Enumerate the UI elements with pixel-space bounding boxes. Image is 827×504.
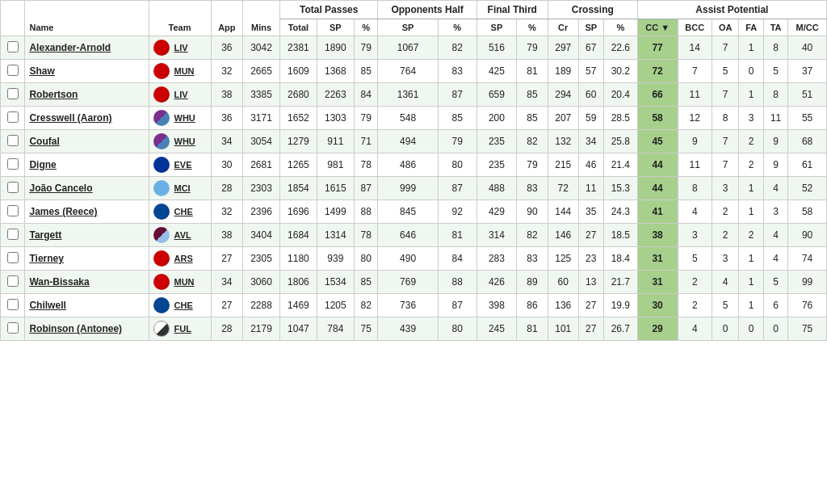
player-name-link[interactable]: Robinson (Antonee) — [29, 323, 122, 334]
player-name-link[interactable]: João Cancelo — [29, 183, 92, 194]
cell-tp-sp: 1499 — [317, 200, 354, 224]
cell-oh-pct: 83 — [438, 60, 476, 83]
cell-mcc: 99 — [788, 271, 827, 294]
player-name[interactable]: Chilwell — [25, 294, 149, 317]
subheader-row: Name Team App Mins Total SP % SP % SP % … — [1, 19, 827, 36]
player-name[interactable]: João Cancelo — [25, 177, 149, 200]
player-name[interactable]: Coufal — [25, 130, 149, 153]
row-checkbox-cell[interactable] — [1, 294, 25, 317]
cell-bcc: 4 — [678, 317, 712, 341]
player-name[interactable]: James (Reece) — [25, 200, 149, 224]
cell-cr-sp: 57 — [578, 60, 603, 83]
row-checkbox[interactable] — [7, 65, 19, 76]
cell-tp-sp: 1205 — [317, 294, 354, 317]
player-name[interactable]: Robertson — [25, 83, 149, 107]
cell-mcc: 52 — [788, 177, 827, 200]
cell-tp-sp: 1615 — [317, 177, 354, 200]
cell-oa: 3 — [712, 177, 738, 200]
row-checkbox[interactable] — [7, 88, 19, 99]
cell-ft-pct: 81 — [517, 60, 548, 83]
player-name[interactable]: Robinson (Antonee) — [25, 317, 149, 341]
player-name-link[interactable]: Digne — [29, 159, 56, 170]
player-name-link[interactable]: Coufal — [29, 136, 59, 147]
player-name-link[interactable]: Alexander-Arnold — [29, 42, 111, 53]
table-row: TierneyARS272305118093980490842838312523… — [1, 247, 827, 271]
cell-ft-sp: 426 — [476, 271, 516, 294]
cell-fa: 2 — [739, 153, 764, 177]
cell-cr-pct: 24.3 — [603, 200, 637, 224]
row-checkbox-cell[interactable] — [1, 317, 25, 341]
player-name-link[interactable]: Targett — [29, 229, 61, 241]
row-checkbox-cell[interactable] — [1, 271, 25, 294]
row-checkbox-cell[interactable] — [1, 224, 25, 247]
cell-oh-sp: 764 — [378, 60, 438, 83]
cell-oa: 5 — [712, 60, 738, 83]
cell-fa: 2 — [739, 224, 764, 247]
player-name-link[interactable]: Cresswell (Aaron) — [29, 112, 111, 124]
row-checkbox[interactable] — [7, 275, 19, 287]
cell-total-passes: 1696 — [279, 200, 317, 224]
row-checkbox[interactable] — [7, 205, 19, 216]
player-name[interactable]: Wan-Bissaka — [25, 271, 149, 294]
row-checkbox[interactable] — [7, 252, 19, 263]
col-mins: Mins — [243, 19, 280, 36]
player-name[interactable]: Alexander-Arnold — [25, 36, 149, 60]
cell-ft-sp: 200 — [476, 107, 516, 130]
col-cr-pct: % — [603, 19, 637, 36]
team-abbr: WHU — [174, 136, 195, 146]
row-checkbox-cell[interactable] — [1, 36, 25, 60]
cell-bcc: 4 — [678, 200, 712, 224]
col-oh-pct: % — [438, 19, 476, 36]
row-checkbox-cell[interactable] — [1, 153, 25, 177]
player-name-link[interactable]: Chilwell — [29, 300, 65, 311]
cell-cc: 45 — [637, 130, 678, 153]
row-checkbox[interactable] — [7, 158, 19, 170]
player-name[interactable]: Cresswell (Aaron) — [25, 107, 149, 130]
team-badge — [153, 63, 170, 79]
row-checkbox[interactable] — [7, 135, 19, 146]
cell-tp-sp: 1890 — [317, 36, 354, 60]
player-name[interactable]: Tierney — [25, 247, 149, 271]
row-checkbox-cell[interactable] — [1, 107, 25, 130]
player-name-link[interactable]: Tierney — [29, 253, 63, 264]
cell-mins: 2665 — [243, 60, 280, 83]
cell-mcc: 76 — [788, 294, 827, 317]
cell-cc: 30 — [637, 294, 678, 317]
cell-ta: 4 — [763, 224, 787, 247]
team-cell: MUN — [149, 271, 211, 294]
player-name[interactable]: Targett — [25, 224, 149, 247]
cell-mcc: 61 — [788, 153, 827, 177]
player-name-link[interactable]: Robertson — [29, 89, 78, 100]
team-abbr: MUN — [174, 66, 195, 76]
row-checkbox-cell[interactable] — [1, 200, 25, 224]
cell-oh-pct: 80 — [438, 153, 476, 177]
player-name[interactable]: Shaw — [25, 60, 149, 83]
cell-ft-pct: 83 — [517, 177, 548, 200]
team-abbr: ARS — [174, 254, 193, 263]
cell-total-passes: 2680 — [279, 83, 317, 107]
row-checkbox[interactable] — [7, 41, 19, 52]
cell-oa: 3 — [712, 247, 738, 271]
cell-oa: 7 — [712, 153, 738, 177]
cell-tp-pct: 85 — [354, 60, 378, 83]
row-checkbox-cell[interactable] — [1, 247, 25, 271]
cell-mcc: 74 — [788, 247, 827, 271]
row-checkbox[interactable] — [7, 229, 19, 240]
team-abbr: MCI — [174, 183, 191, 193]
cell-oa: 7 — [712, 130, 738, 153]
row-checkbox-cell[interactable] — [1, 60, 25, 83]
row-checkbox-cell[interactable] — [1, 130, 25, 153]
row-checkbox[interactable] — [7, 182, 19, 193]
row-checkbox[interactable] — [7, 299, 19, 310]
col-bcc: BCC — [678, 19, 712, 36]
player-name-link[interactable]: Shaw — [29, 65, 54, 77]
player-name-link[interactable]: James (Reece) — [29, 206, 97, 217]
row-checkbox[interactable] — [7, 322, 19, 334]
row-checkbox-cell[interactable] — [1, 83, 25, 107]
cell-cr-pct: 15.3 — [603, 177, 637, 200]
player-name-link[interactable]: Wan-Bissaka — [29, 276, 89, 288]
row-checkbox-cell[interactable] — [1, 177, 25, 200]
player-name[interactable]: Digne — [25, 153, 149, 177]
row-checkbox[interactable] — [7, 111, 19, 123]
col-cc[interactable]: CC ▼ — [637, 19, 678, 36]
